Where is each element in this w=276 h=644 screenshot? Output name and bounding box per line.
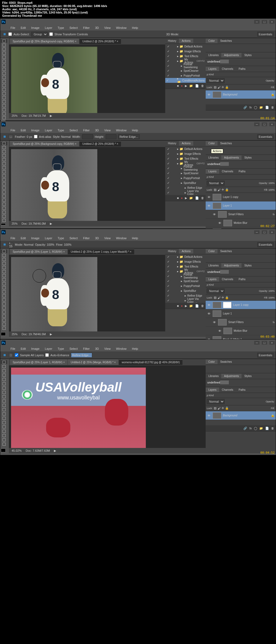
menu-3d[interactable]: 3D <box>93 26 101 30</box>
action-toggle-icon[interactable]: ✓ <box>166 176 170 180</box>
lock-transparent-icon[interactable]: ▨ <box>214 188 216 191</box>
zoom-level[interactable]: 25% <box>12 114 18 117</box>
menu-image[interactable]: Image <box>29 128 42 132</box>
action-toggle-icon[interactable]: ✓ <box>166 152 170 156</box>
new-action-icon[interactable]: 📄 <box>195 84 199 88</box>
blend-mode-dropdown[interactable]: Normal <box>207 289 225 293</box>
visibility-icon[interactable]: 👁 <box>207 196 211 199</box>
trash-icon[interactable]: 🗑 <box>201 196 204 200</box>
tool-brush[interactable] <box>1 278 7 282</box>
tool-heal[interactable] <box>1 63 7 67</box>
disclosure-icon[interactable]: ▸ <box>181 69 182 73</box>
menu-select[interactable]: Select <box>67 128 80 132</box>
lock-position-icon[interactable]: ✛ <box>222 85 224 89</box>
minimize-button[interactable]: ─ <box>254 341 260 345</box>
action-toggle-icon[interactable]: ✓ <box>166 45 170 48</box>
styles-tab[interactable]: Styles <box>242 374 254 378</box>
color-swatch-fg[interactable] <box>1 448 6 452</box>
layer-row[interactable]: 👁Layer 1 <box>206 309 276 318</box>
action-toggle-icon[interactable]: ✓ <box>166 54 170 58</box>
canvas[interactable]: 8 <box>11 47 97 113</box>
tool-gradient[interactable] <box>1 186 7 190</box>
visibility-icon[interactable]: 👁 <box>207 303 211 307</box>
action-item[interactable]: ✓▸Portrait Sweetening <box>165 166 206 171</box>
adjustments-tab[interactable]: Adjustments <box>221 374 242 378</box>
action-toggle-icon[interactable]: ✓ <box>166 255 170 259</box>
tool-wand[interactable] <box>1 154 7 157</box>
menu-layer[interactable]: Layer <box>43 236 54 240</box>
tool-crop[interactable] <box>1 55 7 59</box>
swatches-tab[interactable]: Swatches <box>218 141 234 146</box>
menu-view[interactable]: View <box>102 128 113 132</box>
tool-wand[interactable] <box>1 262 7 265</box>
tool-crop[interactable] <box>1 377 7 381</box>
zoom-level[interactable]: 25% <box>12 333 18 336</box>
tool-preset-icon[interactable]: ⊞ <box>2 135 7 139</box>
menu-edit[interactable]: Edit <box>19 128 28 132</box>
layer-row[interactable]: 👁Layer 1 copy <box>206 193 276 201</box>
height-input[interactable] <box>106 134 116 139</box>
width-input[interactable] <box>82 134 93 139</box>
disclosure-icon[interactable]: ▸ <box>185 299 186 302</box>
swatches-tab[interactable]: Swatches <box>218 39 234 43</box>
layer-name[interactable]: Background <box>223 414 269 417</box>
layer-thumbnail[interactable] <box>213 302 221 308</box>
color-panel[interactable] <box>206 365 276 373</box>
brush-preset-icon[interactable]: •15 <box>8 242 13 247</box>
layer-thumbnail[interactable] <box>218 211 227 218</box>
document-tab[interactable]: Untitled-2 @ 25% (RGB/8) * × <box>80 141 121 146</box>
show-transform-checkbox[interactable] <box>49 32 53 36</box>
close-button[interactable]: × <box>269 230 275 234</box>
auto-select-checkbox[interactable] <box>8 32 12 36</box>
layer-row[interactable]: 👁Layer 1 <box>206 201 276 210</box>
actions-tab[interactable]: Actions <box>179 141 193 146</box>
maximize-button[interactable]: □ <box>262 230 267 234</box>
tool-dodge[interactable] <box>1 416 7 420</box>
workspace-button[interactable]: Essentials <box>257 353 274 358</box>
color-panel[interactable] <box>206 254 276 262</box>
adjustment-preset-icon[interactable] <box>228 162 229 166</box>
fx-button-icon[interactable]: fx <box>249 106 252 109</box>
auto-select-dropdown[interactable]: Group <box>31 32 48 37</box>
tool-dodge[interactable] <box>1 194 7 198</box>
tool-lasso[interactable] <box>1 369 7 373</box>
tool-wand[interactable] <box>1 373 7 377</box>
layer-name[interactable]: Motion Blur <box>234 221 275 224</box>
lock-all-icon[interactable]: 🔒 <box>225 406 229 410</box>
tool-type[interactable] <box>1 310 7 314</box>
document-tab[interactable]: SportsBlur.psd @ 25% (Background copy, R… <box>10 39 79 44</box>
color-tab[interactable]: Color <box>206 39 218 43</box>
menu-edit[interactable]: Edit <box>19 236 28 240</box>
disclosure-icon[interactable]: ▸ <box>181 289 182 293</box>
lock-pixels-icon[interactable]: 🖌 <box>218 407 220 410</box>
action-toggle-icon[interactable]: ✓ <box>166 294 170 297</box>
blend-mode-dropdown[interactable]: Normal <box>207 181 225 186</box>
action-item[interactable]: ✓▸PuppyPortrait <box>165 176 206 180</box>
document-tab[interactable]: SportsBlur.psd @ 25% (Layer 1, RGB/8#) × <box>10 359 67 365</box>
tool-heal[interactable] <box>1 166 7 170</box>
disclosure-icon[interactable]: ▸ <box>185 191 186 194</box>
trash-icon[interactable]: 🗑 <box>201 84 204 87</box>
tool-eraser[interactable] <box>1 182 7 186</box>
lock-pixels-icon[interactable]: 🖌 <box>218 86 220 89</box>
lock-transparent-icon[interactable]: ▨ <box>214 296 216 299</box>
layer-name[interactable]: Layer 1 copy <box>223 196 275 198</box>
action-toggle-icon[interactable]: ✓ <box>166 284 170 288</box>
menu-window[interactable]: Window <box>114 128 129 132</box>
paths-tab[interactable]: Paths <box>236 277 248 282</box>
new-set-icon[interactable]: 📁 <box>189 304 193 308</box>
tool-eraser[interactable] <box>1 80 7 83</box>
layer-row[interactable]: 👁Motion Blur <box>206 327 276 335</box>
lock-transparent-icon[interactable]: ▨ <box>214 85 216 89</box>
tool-stamp[interactable] <box>1 174 7 178</box>
disclosure-icon[interactable]: ▸ <box>181 64 182 68</box>
action-item[interactable]: ✓▸SportsBlur <box>165 180 206 185</box>
tool-path[interactable] <box>1 429 7 433</box>
tool-gradient[interactable] <box>1 84 7 87</box>
visibility-icon[interactable]: 👁 <box>207 312 211 315</box>
action-item[interactable]: ✓▸PuppyPortrait <box>165 283 206 288</box>
action-item[interactable]: ✓▸Portrait Sweetening <box>165 63 206 68</box>
trash-icon[interactable]: 🗑 <box>271 106 274 109</box>
tool-eyedropper[interactable] <box>1 59 7 63</box>
disclosure-icon[interactable]: ▸ <box>181 167 182 170</box>
